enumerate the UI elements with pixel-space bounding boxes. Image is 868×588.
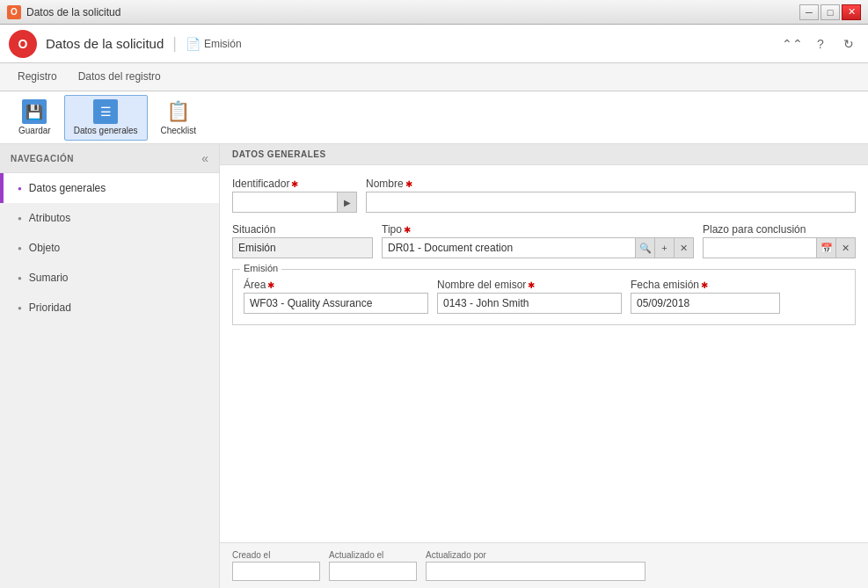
- tipo-input-group: 🔍 + ✕: [382, 237, 694, 258]
- sidebar-item-prioridad[interactable]: ● Prioridad: [0, 293, 219, 323]
- tipo-search-button[interactable]: 🔍: [636, 237, 655, 258]
- content-panel: DATOS GENERALES Identificador ✱ ▶ Nom: [220, 144, 868, 588]
- refresh-button[interactable]: ↻: [838, 33, 859, 54]
- fecha-emision-required: ✱: [701, 280, 708, 290]
- actualizado-por-label: Actualizado por: [426, 550, 646, 560]
- fecha-emision-label: Fecha emisión ✱: [631, 279, 780, 291]
- app-title: Datos de la solicitud: [46, 36, 164, 51]
- app-header-right: ⌃⌃ ? ↻: [782, 33, 859, 54]
- maximize-button[interactable]: □: [821, 4, 840, 20]
- sidebar-item-objeto[interactable]: ● Objeto: [0, 233, 219, 263]
- identificador-label: Identificador ✱: [232, 178, 357, 190]
- subtitle-text: Emisión: [204, 38, 242, 50]
- sidebar-header: NAVEGACIÓN «: [0, 144, 219, 173]
- collapse-button[interactable]: ⌃⌃: [782, 33, 803, 54]
- form-row-1: Identificador ✱ ▶ Nombre ✱: [232, 178, 856, 213]
- sidebar-label-datos-generales: Datos generales: [29, 182, 106, 194]
- checklist-icon: 📋: [166, 99, 191, 124]
- plazo-calendar-button[interactable]: 📅: [817, 237, 836, 258]
- situacion-label: Situación: [232, 223, 373, 236]
- area-input[interactable]: [244, 293, 428, 314]
- title-bar-left: O Datos de la solicitud: [7, 5, 120, 19]
- nombre-required: ✱: [405, 179, 412, 189]
- sidebar-label-sumario: Sumario: [29, 272, 69, 284]
- plazo-clear-button[interactable]: ✕: [836, 237, 856, 258]
- sidebar-title: NAVEGACIÓN: [11, 154, 74, 163]
- tabs-row: Registro Datos del registro: [0, 63, 868, 91]
- actualizado-por-group: Actualizado por: [426, 550, 646, 581]
- sidebar-dot-0: ●: [18, 185, 22, 192]
- guardar-button[interactable]: 💾 Guardar: [9, 95, 61, 141]
- plazo-group: Plazo para conclusión 📅 ✕: [703, 223, 856, 258]
- tab-registro[interactable]: Registro: [7, 67, 68, 88]
- minimize-button[interactable]: ─: [799, 4, 819, 20]
- creado-el-input[interactable]: [232, 562, 320, 581]
- tab-datos-registro[interactable]: Datos del registro: [68, 67, 171, 88]
- tipo-label: Tipo ✱: [382, 223, 694, 236]
- sidebar-item-atributos[interactable]: ● Atributos: [0, 203, 219, 233]
- sidebar-item-sumario[interactable]: ● Sumario: [0, 263, 219, 293]
- sidebar-dot-3: ●: [18, 274, 22, 282]
- fecha-emision-input[interactable]: [631, 293, 780, 314]
- sidebar-label-atributos: Atributos: [29, 212, 70, 224]
- window-controls: ─ □ ✕: [799, 4, 861, 20]
- nombre-input[interactable]: [366, 192, 856, 213]
- actualizado-por-input[interactable]: [426, 562, 646, 581]
- plazo-label: Plazo para conclusión: [703, 223, 856, 236]
- nombre-emisor-input[interactable]: [437, 293, 622, 314]
- title-bar: O Datos de la solicitud ─ □ ✕: [0, 0, 868, 25]
- form-row-2: Situación Tipo ✱ 🔍 + ✕: [232, 223, 856, 258]
- close-button[interactable]: ✕: [842, 4, 861, 20]
- identificador-required: ✱: [291, 179, 298, 189]
- footer-fields: Creado el Actualizado el Actualizado por: [220, 542, 868, 588]
- checklist-button[interactable]: 📋 Checklist: [151, 95, 207, 141]
- app-header: O Datos de la solicitud | 📄 Emisión ⌃⌃ ?…: [0, 25, 868, 63]
- actualizado-el-label: Actualizado el: [329, 550, 417, 560]
- app-header-left: O Datos de la solicitud | 📄 Emisión: [9, 30, 242, 58]
- nombre-label: Nombre ✱: [366, 178, 856, 190]
- situacion-group: Situación: [232, 223, 373, 258]
- save-icon: 💾: [22, 99, 47, 124]
- tipo-group: Tipo ✱ 🔍 + ✕: [382, 223, 694, 258]
- sidebar-collapse-button[interactable]: «: [201, 151, 208, 165]
- nombre-group: Nombre ✱: [366, 178, 856, 213]
- plazo-input-group: 📅 ✕: [703, 237, 856, 258]
- area-group: Área ✱: [244, 279, 428, 314]
- header-separator: |: [172, 34, 177, 53]
- app-subtitle: 📄 Emisión: [186, 37, 242, 51]
- emission-row: Área ✱ Nombre del emisor ✱: [244, 279, 844, 314]
- emission-icon: 📄: [186, 37, 201, 51]
- creado-el-group: Creado el: [232, 550, 320, 581]
- sidebar-dot-1: ●: [18, 214, 22, 222]
- area-required: ✱: [267, 280, 274, 290]
- sidebar-label-objeto: Objeto: [29, 242, 60, 254]
- sidebar-dot-4: ●: [18, 304, 22, 312]
- actualizado-el-input[interactable]: [329, 562, 417, 581]
- tipo-clear-button[interactable]: ✕: [675, 237, 694, 258]
- tipo-add-button[interactable]: +: [655, 237, 675, 258]
- actualizado-el-group: Actualizado el: [329, 550, 417, 581]
- tipo-input[interactable]: [382, 237, 636, 258]
- identificador-arrow-button[interactable]: ▶: [338, 192, 357, 213]
- nombre-emisor-group: Nombre del emisor ✱: [437, 279, 622, 314]
- fecha-emision-group: Fecha emisión ✱: [631, 279, 780, 314]
- creado-el-label: Creado el: [232, 550, 320, 560]
- area-label: Área ✱: [244, 279, 428, 291]
- sidebar-dot-2: ●: [18, 244, 22, 252]
- help-button[interactable]: ?: [810, 33, 831, 54]
- datos-generales-button[interactable]: ☰ Datos generales: [64, 95, 148, 141]
- section-body: Identificador ✱ ▶ Nombre ✱: [220, 165, 868, 348]
- sidebar-item-datos-generales[interactable]: ● Datos generales: [0, 173, 219, 203]
- plazo-input[interactable]: [703, 237, 817, 258]
- nombre-emisor-label: Nombre del emisor ✱: [437, 279, 622, 291]
- identificador-input-group: ▶: [232, 192, 357, 213]
- toolbar: 💾 Guardar ☰ Datos generales 📋 Checklist: [0, 91, 868, 144]
- checklist-label: Checklist: [161, 126, 197, 135]
- datos-generales-label: Datos generales: [74, 126, 138, 135]
- emission-legend: Emisión: [240, 263, 281, 273]
- situacion-input: [232, 237, 373, 258]
- sidebar: NAVEGACIÓN « ● Datos generales ● Atribut…: [0, 144, 220, 588]
- emission-group: Emisión Área ✱ Nombre del emisor ✱: [232, 269, 856, 325]
- identificador-input[interactable]: [232, 192, 338, 213]
- app-icon: O: [7, 5, 21, 19]
